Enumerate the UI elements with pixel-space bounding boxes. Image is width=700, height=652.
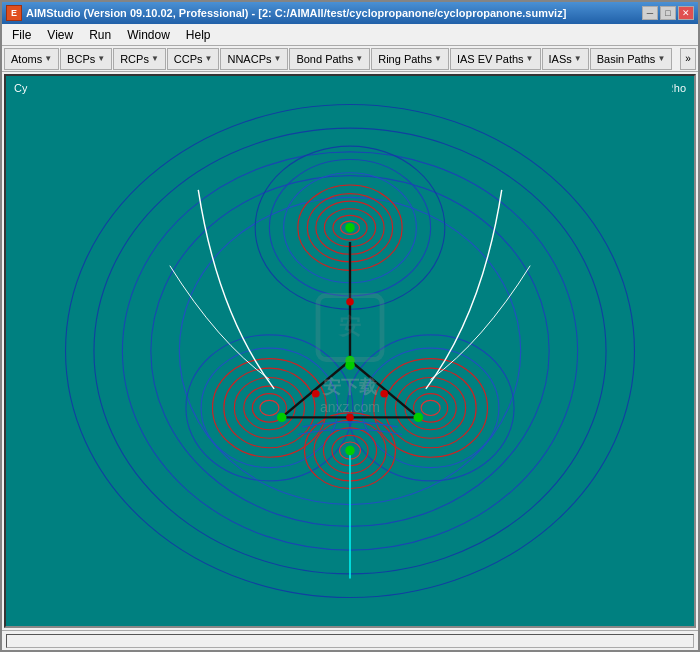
visualization-canvas[interactable]: Cyclopropanone HF/6-311G**/HF/6-311G** L… bbox=[4, 74, 696, 628]
ccps-dropdown-arrow: ▼ bbox=[205, 54, 213, 63]
toolbar-ring-paths-label: Ring Paths bbox=[378, 53, 432, 65]
main-content: Cyclopropanone HF/6-311G**/HF/6-311G** L… bbox=[2, 72, 698, 630]
svg-point-49 bbox=[345, 356, 354, 365]
title-bar: E AIMStudio (Version 09.10.02, Professio… bbox=[2, 2, 698, 24]
menu-item-help[interactable]: Help bbox=[178, 26, 219, 44]
iass-dropdown-arrow: ▼ bbox=[574, 54, 582, 63]
svg-point-45 bbox=[380, 390, 388, 398]
toolbar-iass-label: IASs bbox=[549, 53, 572, 65]
toolbar-bcps-button[interactable]: BCPs ▼ bbox=[60, 48, 112, 70]
menu-item-view[interactable]: View bbox=[39, 26, 81, 44]
basin-paths-dropdown-arrow: ▼ bbox=[657, 54, 665, 63]
toolbar-ccps-label: CCPs bbox=[174, 53, 203, 65]
toolbar-ring-paths-button[interactable]: Ring Paths ▼ bbox=[371, 48, 449, 70]
toolbar-bcps-label: BCPs bbox=[67, 53, 95, 65]
title-bar-left: E AIMStudio (Version 09.10.02, Professio… bbox=[6, 5, 566, 21]
svg-point-43 bbox=[346, 298, 354, 306]
toolbar-ias-ev-paths-label: IAS EV Paths bbox=[457, 53, 524, 65]
toolbar-basin-paths-button[interactable]: Basin Paths ▼ bbox=[590, 48, 673, 70]
bcps-dropdown-arrow: ▼ bbox=[97, 54, 105, 63]
menu-item-file[interactable]: File bbox=[4, 26, 39, 44]
laplacian-visualization bbox=[6, 76, 694, 626]
toolbar-nnacps-label: NNACPs bbox=[227, 53, 271, 65]
rcps-dropdown-arrow: ▼ bbox=[151, 54, 159, 63]
window-minimize-button[interactable]: ─ bbox=[642, 6, 658, 20]
window-maximize-button[interactable]: □ bbox=[660, 6, 676, 20]
toolbar-atoms-button[interactable]: Atoms ▼ bbox=[4, 48, 59, 70]
toolbar-overflow-button[interactable]: » bbox=[680, 48, 696, 70]
nnacps-dropdown-arrow: ▼ bbox=[273, 54, 281, 63]
toolbar-rcps-button[interactable]: RCPs ▼ bbox=[113, 48, 166, 70]
main-window: E AIMStudio (Version 09.10.02, Professio… bbox=[0, 0, 700, 652]
toolbar-basin-paths-label: Basin Paths bbox=[597, 53, 656, 65]
ias-ev-paths-dropdown-arrow: ▼ bbox=[526, 54, 534, 63]
toolbar: Atoms ▼ BCPs ▼ RCPs ▼ CCPs ▼ NNACPs ▼ Bo… bbox=[2, 46, 698, 72]
toolbar-atoms-label: Atoms bbox=[11, 53, 42, 65]
svg-point-44 bbox=[312, 390, 320, 398]
toolbar-nnacps-button[interactable]: NNACPs ▼ bbox=[220, 48, 288, 70]
svg-point-52 bbox=[345, 446, 354, 455]
status-bar-text bbox=[6, 634, 694, 648]
atoms-dropdown-arrow: ▼ bbox=[44, 54, 52, 63]
toolbar-rcps-label: RCPs bbox=[120, 53, 149, 65]
svg-point-51 bbox=[414, 413, 423, 422]
toolbar-ias-ev-paths-button[interactable]: IAS EV Paths ▼ bbox=[450, 48, 541, 70]
app-icon: E bbox=[6, 5, 22, 21]
toolbar-iass-button[interactable]: IASs ▼ bbox=[542, 48, 589, 70]
status-bar bbox=[2, 630, 698, 650]
svg-point-48 bbox=[345, 223, 354, 232]
ring-paths-dropdown-arrow: ▼ bbox=[434, 54, 442, 63]
svg-point-50 bbox=[277, 413, 286, 422]
menu-bar: File View Run Window Help bbox=[2, 24, 698, 46]
menu-item-run[interactable]: Run bbox=[81, 26, 119, 44]
title-controls: ─ □ ✕ bbox=[642, 6, 694, 20]
toolbar-ccps-button[interactable]: CCPs ▼ bbox=[167, 48, 220, 70]
window-title: AIMStudio (Version 09.10.02, Professiona… bbox=[26, 7, 566, 19]
svg-point-46 bbox=[346, 414, 354, 422]
window-close-button[interactable]: ✕ bbox=[678, 6, 694, 20]
toolbar-bond-paths-button[interactable]: Bond Paths ▼ bbox=[289, 48, 370, 70]
bond-paths-dropdown-arrow: ▼ bbox=[355, 54, 363, 63]
menu-item-window[interactable]: Window bbox=[119, 26, 178, 44]
toolbar-bond-paths-label: Bond Paths bbox=[296, 53, 353, 65]
